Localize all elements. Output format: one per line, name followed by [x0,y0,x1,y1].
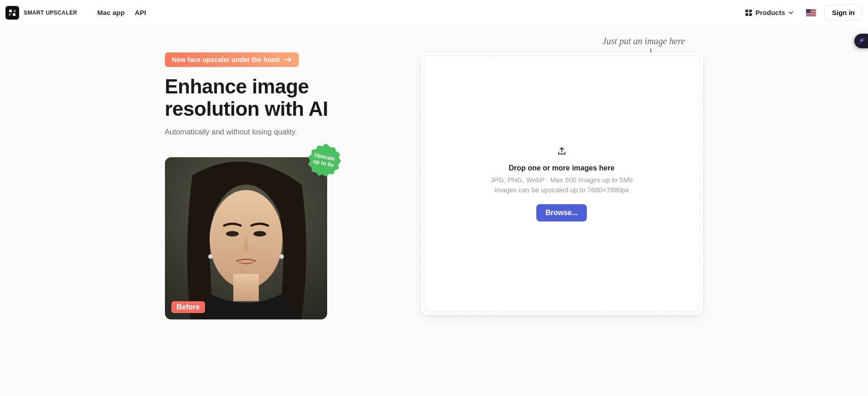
demo-image [165,157,327,319]
products-dropdown[interactable]: Products [742,6,797,19]
sparkle-icon [858,37,865,45]
nav-link-api[interactable]: API [135,9,146,16]
svg-point-10 [253,231,266,237]
svg-rect-2 [745,10,748,12]
svg-point-15 [859,43,860,44]
main-nav: Mac app API [98,9,146,16]
browse-button[interactable]: Browse... [536,204,587,221]
products-label: Products [755,9,785,16]
app-logo[interactable] [5,6,19,20]
dropzone[interactable]: Drop one or more images here JPG, PNG, W… [421,52,703,315]
svg-point-11 [208,254,213,259]
dropzone-hint: Just put an image here [576,36,685,46]
svg-rect-8 [233,274,259,301]
svg-rect-5 [749,13,752,16]
arrow-right-icon [284,57,292,62]
dropzone-meta-line1: JPG, PNG, WebP · Max 500 images up to 5M… [490,175,632,185]
hero-title: Enhance image resolution with AI [165,75,379,120]
demo-image-container: Before Upscale up to 8x [165,157,327,319]
dropzone-meta-line2: Images can be upscaled up to 7680×7680px [490,185,632,195]
hint-text: Just put an image here [602,36,685,46]
chevron-down-icon [789,11,793,14]
promo-label: New face upscaler under the hood [172,56,280,63]
before-badge: Before [171,301,205,313]
upload-icon [557,146,567,156]
svg-rect-1 [13,13,15,16]
brand-name: SMART UPSCALER [24,10,77,16]
svg-rect-3 [749,10,752,12]
hero-column: New face upscaler under the hood Enhance… [165,52,379,319]
svg-rect-4 [745,13,748,16]
nav-link-mac-app[interactable]: Mac app [98,9,125,16]
main-content: New face upscaler under the hood Enhance… [0,25,868,338]
svg-point-9 [226,231,239,237]
dropzone-meta: JPG, PNG, WebP · Max 500 images up to 5M… [490,175,632,195]
upload-column: Just put an image here Drop one or more … [421,52,704,319]
language-flag-us[interactable] [806,9,816,16]
svg-point-14 [863,38,864,39]
dropzone-title: Drop one or more images here [490,164,632,172]
promo-pill[interactable]: New face upscaler under the hood [165,52,299,67]
svg-point-12 [279,254,284,259]
signin-button[interactable]: Sign in [824,5,863,21]
side-assistant-pill[interactable] [854,34,868,48]
header: SMART UPSCALER Mac app API Products Sign… [0,0,868,25]
svg-rect-0 [9,10,12,12]
upscale-badge: Upscale up to 8x [304,140,344,180]
grid-icon [745,10,752,16]
hero-subtitle: Automatically and without losing quality… [165,128,379,136]
